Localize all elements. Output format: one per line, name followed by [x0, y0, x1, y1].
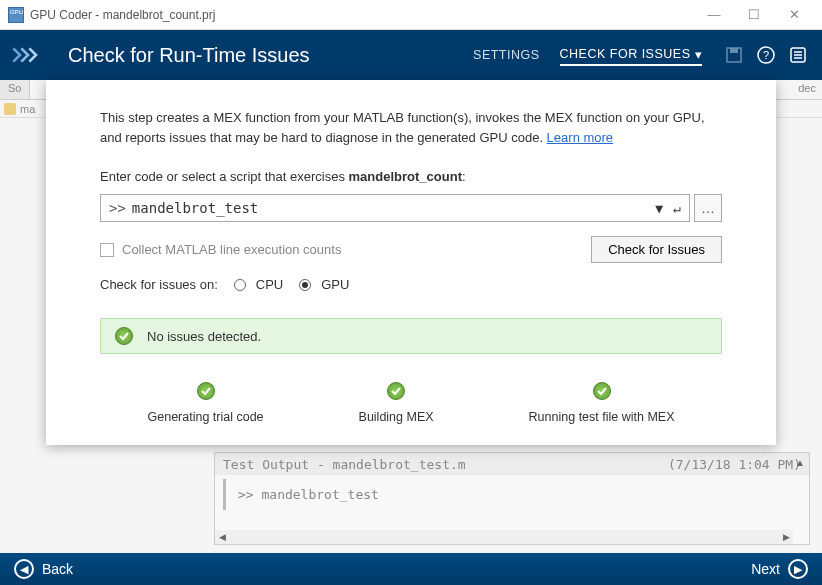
bg-filename: ma: [20, 103, 35, 115]
collect-counts-label: Collect MATLAB line execution counts: [122, 242, 341, 257]
next-arrow-icon: ▶: [788, 559, 808, 579]
check-for-issues-button[interactable]: Check for Issues: [591, 236, 722, 263]
step-build: Building MEX: [359, 382, 434, 424]
window-titlebar: GPU Coder - mandelbrot_count.prj — ☐ ✕: [0, 0, 822, 30]
steps-row: Generating trial code Building MEX Runni…: [100, 382, 722, 424]
chevron-down-icon: ▾: [695, 47, 703, 62]
step-run: Running test file with MEX: [529, 382, 675, 424]
success-icon: [387, 382, 405, 400]
step-generate: Generating trial code: [148, 382, 264, 424]
save-icon[interactable]: [722, 43, 746, 67]
status-text: No issues detected.: [147, 329, 261, 344]
bg-tab-right: dec: [792, 80, 822, 99]
check-target-row: Check for issues on: CPU GPU: [100, 277, 722, 292]
close-button[interactable]: ✕: [774, 1, 814, 29]
learn-more-link[interactable]: Learn more: [547, 130, 613, 145]
chevron-icon: [12, 43, 52, 67]
wizard-footer: ◀ Back Next ▶: [0, 553, 822, 585]
app-icon: [8, 7, 24, 23]
wizard-header: Check for Run-Time Issues SETTINGS CHECK…: [0, 30, 822, 80]
success-icon: [593, 382, 611, 400]
menu-icon[interactable]: [786, 43, 810, 67]
scroll-left-icon[interactable]: ◀: [215, 532, 229, 542]
input-right-controls: ▼ ↵: [655, 201, 681, 216]
maximize-button[interactable]: ☐: [734, 1, 774, 29]
test-code-input[interactable]: >> mandelbrot_test ▼ ↵: [100, 194, 690, 222]
intro-text: This step creates a MEX function from yo…: [100, 108, 722, 147]
scroll-right-icon[interactable]: ▶: [779, 532, 793, 542]
code-value: mandelbrot_test: [132, 200, 258, 216]
enter-icon[interactable]: ↵: [673, 201, 681, 216]
success-icon: [115, 327, 133, 345]
scroll-up-icon[interactable]: ▲: [793, 455, 807, 469]
output-header: Test Output - mandelbrot_test.m (7/13/18…: [215, 453, 809, 475]
dropdown-icon[interactable]: ▼: [655, 201, 663, 216]
prompt-glyph: >>: [109, 200, 126, 216]
test-output-pane: Test Output - mandelbrot_test.m (7/13/18…: [214, 452, 810, 545]
help-icon[interactable]: ?: [754, 43, 778, 67]
page-title: Check for Run-Time Issues: [68, 44, 453, 67]
svg-rect-1: [730, 48, 738, 53]
collect-counts-checkbox[interactable]: [100, 243, 114, 257]
file-icon: [4, 103, 16, 115]
horizontal-scrollbar[interactable]: ◀ ▶: [215, 530, 793, 544]
back-button[interactable]: ◀ Back: [14, 559, 73, 579]
browse-button[interactable]: …: [694, 194, 722, 222]
window-title: GPU Coder - mandelbrot_count.prj: [30, 8, 694, 22]
bg-tab-left: So: [0, 80, 30, 99]
minimize-button[interactable]: —: [694, 1, 734, 29]
gpu-radio[interactable]: [299, 279, 311, 291]
success-icon: [197, 382, 215, 400]
status-bar: No issues detected.: [100, 318, 722, 354]
next-button[interactable]: Next ▶: [751, 559, 808, 579]
output-prompt: >> mandelbrot_test: [223, 479, 801, 510]
svg-text:?: ?: [763, 49, 769, 61]
cpu-radio[interactable]: [234, 279, 246, 291]
check-for-issues-dropdown[interactable]: CHECK FOR ISSUES ▾: [560, 47, 702, 66]
back-arrow-icon: ◀: [14, 559, 34, 579]
enter-code-label: Enter code or select a script that exerc…: [100, 169, 722, 184]
window-buttons: — ☐ ✕: [694, 1, 814, 29]
settings-button[interactable]: SETTINGS: [473, 48, 540, 62]
runtime-issues-panel: This step creates a MEX function from yo…: [46, 80, 776, 445]
